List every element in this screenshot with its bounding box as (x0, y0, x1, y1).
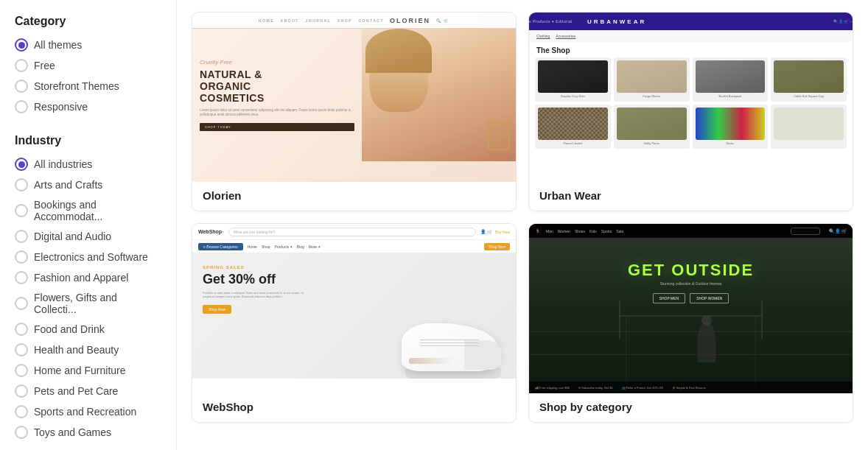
filter-toys[interactable]: Toys and Games (15, 426, 161, 439)
filter-free[interactable]: Free (15, 59, 161, 72)
uw-subheader: Clothing Accessories (529, 30, 853, 42)
theme-card-urbanwear[interactable]: ≡ Products ▾ Editorial URBANWEAR 🔍 👤 🛒 ·… (528, 12, 853, 211)
label-food-drink: Food and Drink (34, 323, 105, 335)
ws-nav-bar: ≡ Browse Categories Home Shop Products ▾… (192, 240, 516, 253)
ws-search-bar: What are you looking for? (228, 228, 477, 236)
go-shop-women-btn[interactable]: SHOP WOMEN (690, 293, 729, 303)
urbanwear-theme-name: Urban Wear (539, 189, 842, 202)
filter-all-industries[interactable]: All industries (15, 158, 161, 171)
radio-responsive[interactable] (15, 100, 28, 113)
label-electronics: Electronics and Software (34, 251, 148, 263)
label-storefront: Storefront Themes (34, 80, 119, 92)
filter-fashion[interactable]: Fashion and Apparel (15, 271, 161, 284)
label-all-themes: All themes (34, 39, 82, 51)
radio-food-drink[interactable] (15, 323, 28, 336)
label-arts-crafts: Arts and Crafts (34, 179, 102, 191)
uw-product-img-bag (696, 60, 766, 93)
uw-product-bag: Bucket Backpack (693, 57, 769, 102)
uw-product-img-shirt (538, 60, 608, 93)
industry-title: Industry (15, 134, 161, 147)
uw-product-extra (771, 105, 847, 149)
olorien-image (362, 29, 517, 161)
page-layout: Category All themes Free Storefront Them… (0, 0, 868, 450)
filter-arts-crafts[interactable]: Arts and Crafts (15, 178, 161, 191)
radio-digital-audio[interactable] (15, 230, 28, 243)
theme-preview-urbanwear: ≡ Products ▾ Editorial URBANWEAR 🔍 👤 🛒 ·… (529, 13, 853, 182)
go-shop-men-btn[interactable]: SHOP MEN (653, 293, 686, 303)
olorien-cta-btn[interactable]: SHOP TODAY (200, 123, 354, 131)
theme-card-olorien[interactable]: HOME ABOUT JOURNAL SHOP CONTACT OLORIEN … (192, 12, 517, 211)
olorien-cursive-text: Cruelty Free (200, 59, 354, 66)
filter-health-beauty[interactable]: Health and Beauty (15, 343, 161, 356)
uw-product-shirt: Graphic Crop Shirt (535, 57, 611, 102)
go-offers-bar: 🚚 Free shipping over $80 ✉ Subscribe tod… (529, 382, 853, 393)
label-digital-audio: Digital and Audio (34, 231, 111, 242)
webshop-card-footer: WebShop (192, 393, 516, 422)
theme-preview-getoutside: 🏃 Men Women Shoes Kids Sports Sale 🔍 👤 🛒 (529, 224, 853, 393)
webshop-theme-name: WebShop (203, 401, 505, 413)
radio-all-themes[interactable] (15, 38, 28, 52)
theme-card-getoutside[interactable]: 🏃 Men Women Shoes Kids Sports Sale 🔍 👤 🛒 (528, 223, 853, 423)
radio-arts-crafts[interactable] (15, 178, 28, 191)
radio-pets[interactable] (15, 384, 28, 398)
filter-pets[interactable]: Pets and Pet Care (15, 384, 161, 398)
radio-free[interactable] (15, 59, 28, 72)
olorien-card-footer: Olorien (192, 182, 516, 211)
go-hero-sub: Stunning collection & Outdoor themes (529, 281, 853, 286)
filter-digital-audio[interactable]: Digital and Audio (15, 230, 161, 243)
main-content: HOME ABOUT JOURNAL SHOP CONTACT OLORIEN … (177, 0, 868, 450)
ws-shoe-image (383, 275, 501, 379)
go-hero-title: GET OUTSIDE (529, 261, 853, 280)
uw-product-img-hat (774, 60, 844, 93)
go-hero-area: GET OUTSIDE Stunning collection & Outdoo… (529, 239, 853, 393)
radio-toys[interactable] (15, 426, 28, 439)
filter-electronics[interactable]: Electronics and Software (15, 250, 161, 264)
go-cta-buttons: SHOP MEN SHOP WOMEN (529, 293, 853, 303)
uw-shop-title: The Shop (529, 42, 853, 57)
getoutside-card-footer: Shop by category (529, 393, 853, 422)
olorien-subtext: Lorem ipsum dolor sit amet consectetur a… (200, 108, 354, 118)
radio-fashion[interactable] (15, 271, 28, 284)
industry-filter-group: All industries Arts and Crafts Bookings … (15, 158, 161, 439)
urbanwear-card-footer: Urban Wear (529, 182, 853, 211)
uw-product-shorts: Cargo Shorts (614, 57, 690, 102)
sidebar: Category All themes Free Storefront Them… (0, 0, 177, 450)
filter-all-themes[interactable]: All themes (15, 38, 161, 52)
radio-bookings[interactable] (15, 204, 28, 217)
filter-bookings[interactable]: Bookings and Accommodat... (15, 199, 161, 222)
label-all-industries: All industries (34, 158, 92, 170)
ws-hero-area: SPRING SALES Get 30% off Facilisis at od… (192, 253, 516, 379)
ws-header-bar: WebShop▪ What are you looking for? 👤 🛒 B… (192, 224, 516, 240)
olorien-headline-text: Natural &OrganicCosmetics (200, 68, 354, 104)
filter-sports[interactable]: Sports and Recreation (15, 405, 161, 418)
label-flowers: Flowers, Gifts and Collecti... (34, 292, 161, 315)
radio-flowers[interactable] (15, 297, 28, 310)
label-fashion: Fashion and Apparel (34, 272, 128, 284)
filter-flowers[interactable]: Flowers, Gifts and Collecti... (15, 292, 161, 315)
uw-product-img-jacket (538, 108, 608, 140)
radio-home-furniture[interactable] (15, 364, 28, 377)
theme-preview-olorien: HOME ABOUT JOURNAL SHOP CONTACT OLORIEN … (192, 13, 516, 182)
olorien-header-bar: HOME ABOUT JOURNAL SHOP CONTACT OLORIEN … (192, 13, 516, 29)
label-pets: Pets and Pet Care (34, 385, 118, 397)
label-sports: Sports and Recreation (34, 406, 136, 418)
filter-responsive[interactable]: Responsive (15, 100, 161, 113)
label-free: Free (34, 60, 55, 71)
uw-product-img-extra (774, 108, 844, 140)
radio-health-beauty[interactable] (15, 343, 28, 356)
category-title: Category (15, 15, 161, 28)
radio-storefront[interactable] (15, 80, 28, 93)
radio-sports[interactable] (15, 405, 28, 418)
filter-food-drink[interactable]: Food and Drink (15, 323, 161, 336)
theme-card-webshop[interactable]: WebShop▪ What are you looking for? 👤 🛒 B… (192, 223, 517, 423)
radio-all-industries[interactable] (15, 158, 28, 171)
uw-header-bar: ≡ Products ▾ Editorial URBANWEAR 🔍 👤 🛒 ·… (529, 13, 853, 30)
label-home-furniture: Home and Furniture (34, 365, 126, 376)
uw-product-img-shorts (617, 60, 687, 93)
filter-home-furniture[interactable]: Home and Furniture (15, 364, 161, 377)
uw-product-hat: Cable Knit Square Cap (771, 57, 847, 102)
go-header-bar: 🏃 Men Women Shoes Kids Sports Sale 🔍 👤 🛒 (529, 224, 853, 239)
filter-storefront[interactable]: Storefront Themes (15, 80, 161, 93)
uw-product-img-pants (617, 108, 687, 140)
radio-electronics[interactable] (15, 250, 28, 264)
